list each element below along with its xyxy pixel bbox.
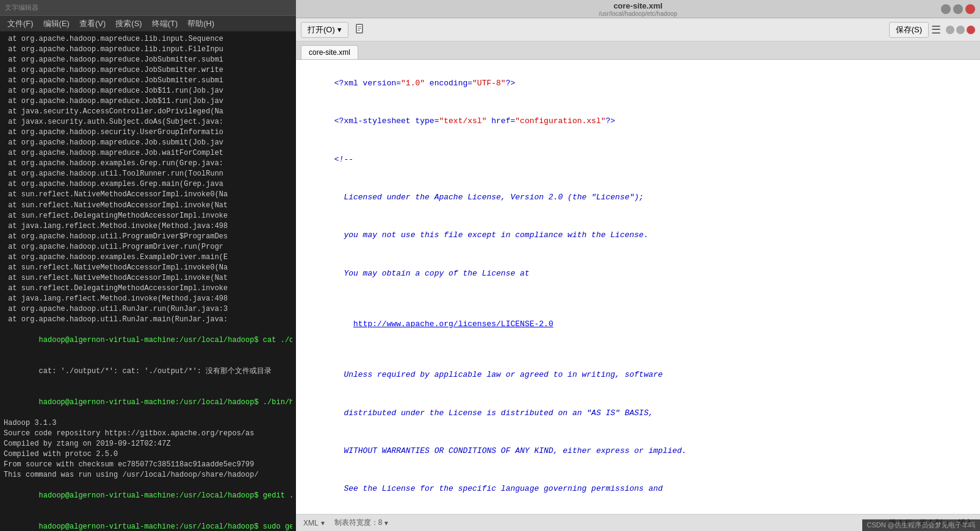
terminal-line: at org.apache.hadoop.mapreduce.JobSubmit… [4, 55, 292, 65]
terminal-line: at org.apache.hadoop.security.UserGroupI… [4, 127, 292, 138]
menu-file[interactable]: 文件(F) [2, 17, 38, 30]
toolbar-minimize-button[interactable] [946, 26, 954, 34]
close-button[interactable] [965, 4, 975, 14]
xml-line-1: <?xml version="1.0" encoding="UTF-8"?> [306, 65, 970, 102]
xml-line-12: WITHOUT WARRANTIES OR CONDITIONS OF ANY … [306, 432, 970, 470]
source-repo-line: Source code repository https://gitbox.ap… [4, 429, 292, 439]
xml-line-14: limitations under the License. See accom… [306, 508, 970, 514]
terminal-line: at org.apache.hadoop.util.ToolRunner.run… [4, 169, 292, 179]
minimize-button[interactable] [941, 4, 951, 14]
menu-view[interactable]: 查看(V) [74, 17, 110, 30]
editor-filename: core-site.xml [599, 1, 677, 10]
terminal-line: at sun.reflect.NativeMethodAccessorImpl.… [4, 190, 292, 200]
xml-line-3: <!-- [306, 141, 970, 179]
xml-line-5: you may not use this file except in comp… [306, 217, 970, 255]
terminal-line: at org.apache.hadoop.util.ProgramDriver$… [4, 232, 292, 242]
prompt-line: hadoop@algernon-virtual-machine:/usr/loc… [4, 325, 292, 356]
terminal-line: at org.apache.hadoop.mapreduce.Job.submi… [4, 138, 292, 148]
terminal-line: at org.apache.hadoop.mapreduce.Job.waitF… [4, 148, 292, 159]
prompt-line3: hadoop@algernon-virtual-machine:/usr/loc… [4, 480, 292, 511]
terminal-line: at java.lang.reflect.Method.invoke(Metho… [4, 221, 292, 232]
terminal-line: at org.apache.hadoop.mapreduce.Job$11.ru… [4, 86, 292, 96]
lang-dropdown-icon[interactable]: ▾ [321, 519, 325, 527]
terminal-line: at org.apache.hadoop.mapreduce.lib.input… [4, 45, 292, 55]
terminal-line: at sun.reflect.NativeMethodAccessorImpl.… [4, 263, 292, 273]
xml-line-10: Unless required by applicable law or agr… [306, 356, 970, 394]
xml-line-6: You may obtain a copy of the License at [306, 255, 970, 293]
xml-line-2: <?xml-stylesheet type="text/xsl" href="c… [306, 102, 970, 140]
terminal-body: at org.apache.hadoop.mapreduce.lib.input… [0, 32, 296, 531]
statusbar-lang: XML ▾ [303, 519, 325, 527]
cat-error-line: cat: './output/*': cat: './output/*': 没有… [4, 356, 292, 387]
terminal-line: at org.apache.hadoop.mapreduce.JobSubmit… [4, 76, 292, 86]
terminal-line: at org.apache.hadoop.mapreduce.lib.input… [4, 34, 292, 45]
compiled-protoc-line: Compiled with protoc 2.5.0 [4, 449, 292, 460]
editor-content-area[interactable]: <?xml version="1.0" encoding="UTF-8"?> <… [296, 60, 980, 514]
editor-title-block: core-site.xml /usr/local/hadoop/etc/hado… [599, 1, 677, 17]
terminal-line: at org.apache.hadoop.util.RunJar.main(Ru… [4, 315, 292, 325]
terminal-window: 文字编辑器 文件(F) 编辑(E) 查看(V) 搜索(S) 终端(T) 帮助(H… [0, 0, 296, 531]
window-controls [941, 4, 975, 14]
toolbar-maximize-button[interactable] [956, 26, 965, 34]
csdn-watermark: CSDN @仿生程序员会梦见电子羊吗 [862, 519, 980, 531]
xml-line-13: See the License for the specific languag… [306, 471, 970, 508]
editor-filepath: /usr/local/hadoop/etc/hadoop [599, 10, 677, 17]
editor-toolbar: 打开(O) ▾ 保存(S) ☰ [296, 18, 980, 41]
terminal-line: at sun.reflect.DelegatingMethodAccessorI… [4, 211, 292, 221]
terminal-titlebar: 文字编辑器 [0, 0, 296, 16]
statusbar-tabwidth: 制表符宽度：8 ▾ [334, 518, 389, 528]
xml-line-8: http://www.apache.org/licenses/LICENSE-2… [306, 305, 970, 343]
save-button[interactable]: 保存(S) [889, 22, 929, 38]
checksum-line: From source with checksum ec785077c38511… [4, 460, 292, 470]
menu-search[interactable]: 搜索(S) [110, 17, 146, 30]
terminal-line: at java.security.AccessController.doPriv… [4, 107, 292, 117]
command-info-line: This command was run using /usr/local/ha… [4, 470, 292, 480]
terminal-line: at sun.reflect.NativeMethodAccessorImpl.… [4, 201, 292, 211]
editor-tab-bar: core-site.xml [296, 41, 980, 60]
menu-edit[interactable]: 编辑(E) [38, 17, 74, 30]
editor-panel: core-site.xml /usr/local/hadoop/etc/hado… [296, 0, 980, 531]
open-label: 打开(O) [308, 24, 335, 35]
xml-line-7 [306, 293, 970, 305]
terminal-line: at org.apache.hadoop.util.ProgramDriver.… [4, 242, 292, 252]
terminal-menu-bar: 文件(F) 编辑(E) 查看(V) 搜索(S) 终端(T) 帮助(H) [0, 16, 296, 32]
terminal-line: at javax.security.auth.Subject.doAs(Subj… [4, 117, 292, 127]
compiled-by-line: Compiled by ztang on 2019-09-12T02:47Z [4, 439, 292, 449]
terminal-line: at org.apache.hadoop.examples.Grep.run(G… [4, 159, 292, 169]
menu-terminal[interactable]: 终端(T) [147, 17, 183, 30]
dropdown-arrow-icon: ▾ [337, 25, 342, 34]
prompt-line2: hadoop@algernon-virtual-machine:/usr/loc… [4, 387, 292, 418]
terminal-line: at org.apache.hadoop.examples.ExampleDri… [4, 252, 292, 263]
terminal-line: at java.lang.reflect.Method.invoke(Metho… [4, 294, 292, 304]
editor-tab-core-site[interactable]: core-site.xml [301, 45, 358, 59]
open-button[interactable]: 打开(O) ▾ [301, 22, 348, 38]
terminal-line: at org.apache.hadoop.util.RunJar.run(Run… [4, 304, 292, 315]
terminal-title: 文字编辑器 [5, 3, 38, 12]
terminal-line: at sun.reflect.NativeMethodAccessorImpl.… [4, 273, 292, 283]
toolbar-close-button[interactable] [967, 26, 975, 34]
terminal-line: at sun.reflect.DelegatingMethodAccessorI… [4, 283, 292, 294]
toolbar-window-controls [946, 26, 975, 34]
menu-help[interactable]: 帮助(H) [182, 17, 219, 30]
toolbar-right: 保存(S) ☰ [889, 22, 975, 38]
maximize-button[interactable] [953, 4, 963, 14]
hadoop-version-line: Hadoop 3.1.3 [4, 418, 292, 429]
terminal-line: at org.apache.hadoop.mapreduce.JobSubmit… [4, 65, 292, 76]
terminal-line: at org.apache.hadoop.mapreduce.Job$11.ru… [4, 96, 292, 107]
license-link[interactable]: http://www.apache.org/licenses/LICENSE-2… [353, 319, 553, 329]
hamburger-menu-button[interactable]: ☰ [931, 23, 941, 37]
editor-titlebar: core-site.xml /usr/local/hadoop/etc/hado… [296, 0, 980, 18]
prompt-line4: hadoop@algernon-virtual-machine:/usr/loc… [4, 511, 292, 531]
xml-line-9 [306, 344, 970, 357]
terminal-line: at org.apache.hadoop.examples.Grep.main(… [4, 179, 292, 190]
tabwidth-dropdown-icon[interactable]: ▾ [384, 519, 388, 527]
tab-label: core-site.xml [309, 48, 350, 57]
new-file-button[interactable] [351, 21, 369, 39]
xml-line-4: Licensed under the Apache License, Versi… [306, 179, 970, 216]
xml-line-11: distributed under the License is distrib… [306, 394, 970, 432]
